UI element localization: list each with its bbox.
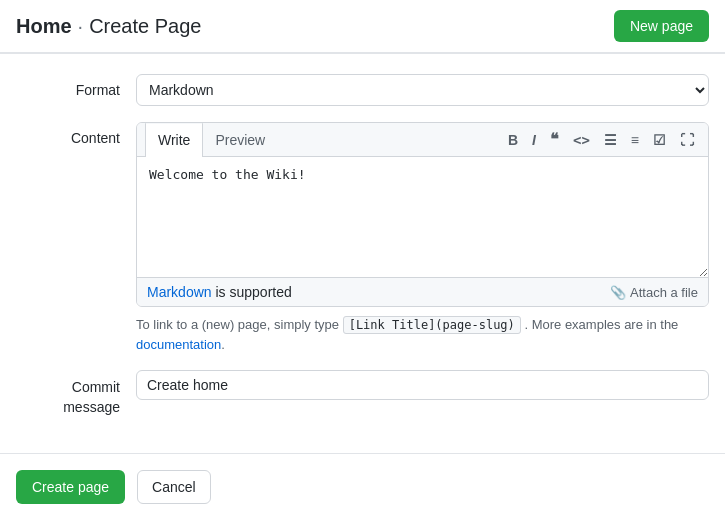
toolbar-task-button[interactable]: ☑ <box>647 128 672 152</box>
content-editor[interactable]: Welcome to the Wiki! <box>137 157 708 277</box>
link-hint: To link to a (new) page, simply type [Li… <box>136 315 709 354</box>
editor-footer: Markdown is supported 📎 Attach a file <box>137 277 708 306</box>
format-label: Format <box>16 74 136 106</box>
attach-file-button[interactable]: 📎 Attach a file <box>610 285 698 300</box>
content-label: Content <box>16 122 136 354</box>
link-hint-prefix: To link to a (new) page, simply type <box>136 317 343 332</box>
commit-message-input[interactable] <box>136 370 709 400</box>
toolbar-code-button[interactable]: <> <box>567 128 596 152</box>
new-page-button[interactable]: New page <box>614 10 709 42</box>
markdown-supported-text: is supported <box>212 284 292 300</box>
markdown-link[interactable]: Markdown <box>147 284 212 300</box>
breadcrumb-create-page: Create Page <box>89 15 201 38</box>
commit-label: Commit message <box>16 370 136 417</box>
link-hint-code: [Link Title](page-slug) <box>343 316 521 334</box>
page-header: Home · Create Page New page <box>0 0 725 53</box>
editor-tabs-toolbar: Write Preview B I ❝ <> ☰ ≡ ☑ ⛶ <box>137 123 708 157</box>
tab-preview[interactable]: Preview <box>203 123 277 156</box>
editor-container: Write Preview B I ❝ <> ☰ ≡ ☑ ⛶ We <box>136 122 709 307</box>
format-select[interactable]: Markdown AsciiDoc reStructuredText HTML <box>136 74 709 106</box>
toolbar-numbered-button[interactable]: ≡ <box>625 128 645 152</box>
breadcrumb: Home · Create Page <box>16 15 201 38</box>
commit-control <box>136 370 709 417</box>
format-row: Format Markdown AsciiDoc reStructuredTex… <box>16 74 709 106</box>
toolbar-fullscreen-button[interactable]: ⛶ <box>674 128 700 152</box>
toolbar-quote-button[interactable]: ❝ <box>544 126 565 153</box>
toolbar-bullets-button[interactable]: ☰ <box>598 128 623 152</box>
attach-file-label: Attach a file <box>630 285 698 300</box>
editor-toolbar: B I ❝ <> ☰ ≡ ☑ ⛶ <box>502 126 700 153</box>
paperclip-icon: 📎 <box>610 285 626 300</box>
breadcrumb-separator: · <box>78 15 84 38</box>
tab-write[interactable]: Write <box>145 122 203 156</box>
breadcrumb-home: Home <box>16 15 72 38</box>
content-row: Content Write Preview B I ❝ <> ☰ ≡ <box>16 122 709 354</box>
link-hint-suffix: . More examples are in the <box>521 317 679 332</box>
create-page-form: Format Markdown AsciiDoc reStructuredTex… <box>0 54 725 453</box>
content-control: Write Preview B I ❝ <> ☰ ≡ ☑ ⛶ We <box>136 122 709 354</box>
cancel-button[interactable]: Cancel <box>137 470 211 504</box>
create-page-button[interactable]: Create page <box>16 470 125 504</box>
toolbar-italic-button[interactable]: I <box>526 128 542 152</box>
toolbar-bold-button[interactable]: B <box>502 128 524 152</box>
footer-actions: Create page Cancel <box>0 454 725 519</box>
commit-message-row: Commit message <box>16 370 709 417</box>
editor-tabs: Write Preview <box>145 123 277 156</box>
documentation-link[interactable]: documentation <box>136 337 221 352</box>
markdown-footer-text: Markdown is supported <box>147 284 292 300</box>
format-control: Markdown AsciiDoc reStructuredText HTML <box>136 74 709 106</box>
